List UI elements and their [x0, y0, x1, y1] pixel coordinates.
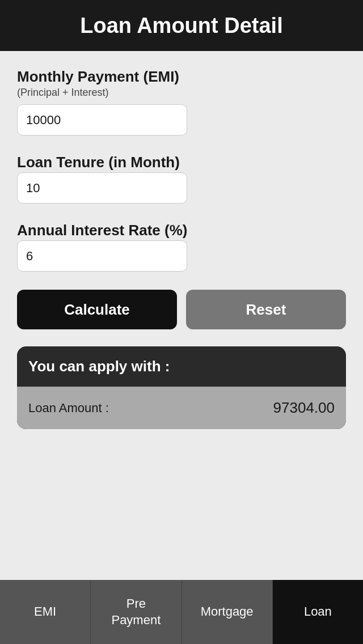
- tab-bar: EMI PrePayment Mortgage Loan: [0, 580, 363, 644]
- reset-button[interactable]: Reset: [186, 290, 346, 329]
- annual-interest-label: Annual Interest Rate (%): [17, 222, 346, 239]
- monthly-payment-input[interactable]: [17, 104, 187, 135]
- monthly-payment-group: Monthly Payment (EMI) (Principal + Inter…: [17, 68, 346, 148]
- app-header: Loan Amount Detail: [0, 0, 363, 51]
- tab-loan[interactable]: Loan: [273, 580, 363, 644]
- result-header-text: You can apply with :: [28, 358, 170, 375]
- calculate-button[interactable]: Calculate: [17, 290, 177, 329]
- result-box: You can apply with : Loan Amount : 97304…: [17, 346, 346, 429]
- tab-mortgage[interactable]: Mortgage: [182, 580, 273, 644]
- annual-interest-input[interactable]: [17, 240, 187, 272]
- tab-prepayment[interactable]: PrePayment: [91, 580, 182, 644]
- main-content: Monthly Payment (EMI) (Principal + Inter…: [0, 51, 363, 580]
- loan-amount-row: Loan Amount : 97304.00: [17, 387, 346, 429]
- tab-mortgage-label: Mortgage: [201, 604, 254, 620]
- tab-prepayment-label: PrePayment: [111, 596, 161, 628]
- loan-tenure-input[interactable]: [17, 172, 187, 204]
- loan-amount-label: Loan Amount :: [28, 401, 109, 416]
- loan-amount-value: 97304.00: [273, 399, 335, 417]
- annual-interest-group: Annual Interest Rate (%): [17, 222, 346, 284]
- page-title: Loan Amount Detail: [80, 14, 282, 38]
- loan-tenure-label: Loan Tenure (in Month): [17, 154, 346, 171]
- tab-emi-label: EMI: [34, 604, 56, 620]
- loan-tenure-group: Loan Tenure (in Month): [17, 154, 346, 216]
- tab-emi[interactable]: EMI: [0, 580, 91, 644]
- monthly-payment-sublabel: (Principal + Interest): [17, 87, 346, 99]
- result-header: You can apply with :: [17, 346, 346, 387]
- action-buttons: Calculate Reset: [17, 290, 346, 329]
- tab-loan-label: Loan: [304, 604, 332, 620]
- monthly-payment-label: Monthly Payment (EMI): [17, 68, 346, 86]
